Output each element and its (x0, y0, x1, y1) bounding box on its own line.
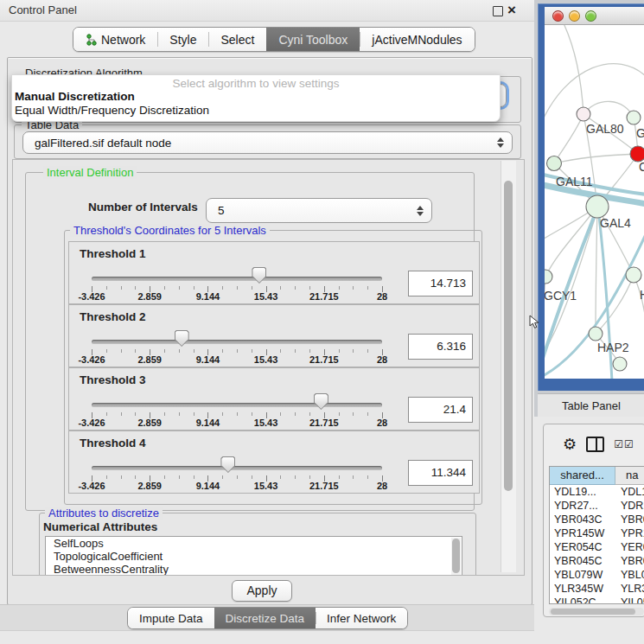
table-hscrollbar-thumb[interactable] (551, 609, 635, 615)
close-traffic-light[interactable] (552, 10, 564, 22)
tab-style[interactable]: Style (157, 28, 208, 51)
table-cell[interactable]: YIL052C (550, 596, 615, 604)
attribute-list-item[interactable]: BetweennessCentrality (46, 563, 462, 576)
threshold-value-field[interactable]: 11.344 (408, 460, 473, 486)
slider-tick-label: 2.859 (137, 418, 162, 428)
bottom-tab-infer-network[interactable]: Infer Network (316, 608, 407, 628)
network-edge[interactable] (562, 25, 583, 114)
close-icon[interactable]: × (507, 2, 516, 19)
table-row[interactable]: YBL079WYBL079W (550, 568, 644, 582)
dropdown-option[interactable]: Manual Discretization (12, 90, 500, 104)
table-cell[interactable]: YBL079W (615, 568, 644, 582)
network-node[interactable] (545, 270, 552, 284)
float-icon[interactable] (493, 6, 503, 16)
threshold-slider-track[interactable] (92, 277, 382, 281)
network-window-titlebar[interactable] (545, 7, 644, 25)
tab-network[interactable]: Network (73, 28, 157, 51)
network-edge[interactable] (554, 114, 583, 163)
network-node[interactable] (626, 267, 641, 283)
table-cell[interactable]: YBL079W (550, 568, 615, 582)
table-row[interactable]: YLR345WYLR345W (550, 582, 644, 596)
table-cell[interactable]: YLR345W (615, 582, 644, 596)
slider-tick-label: 9.144 (196, 418, 220, 428)
threshold-value-field[interactable]: 21.4 (408, 397, 473, 423)
numerical-attributes-list: SelfLoopsTopologicalCoefficientBetweenne… (45, 536, 462, 576)
dropdown-option[interactable]: Equal Width/Frequency Discretization (12, 104, 500, 118)
network-node[interactable] (627, 111, 641, 124)
table-header-row: shared...na (550, 467, 644, 485)
combo-spinner-icon (417, 206, 424, 216)
network-node[interactable] (589, 327, 603, 341)
slider-tick-label: 28 (377, 291, 387, 302)
network-node-label: GCY1 (545, 289, 577, 303)
number-of-intervals-combobox[interactable]: 5 (206, 198, 432, 223)
table-cell[interactable]: YDL19... (615, 485, 644, 499)
minimize-traffic-light[interactable] (569, 10, 580, 22)
gear-icon[interactable]: ⚙ (563, 437, 577, 452)
tab-cyni-toolbox[interactable]: Cyni Toolbox (266, 28, 360, 51)
threshold-slider-thumb[interactable] (220, 456, 235, 473)
bottom-tab-impute-data[interactable]: Impute Data (128, 608, 214, 628)
tab-jactivemnodules[interactable]: jActiveMNodules (360, 28, 474, 51)
table-cell[interactable]: YIL052C (615, 596, 644, 604)
table-column-header[interactable]: shared... (550, 467, 615, 485)
threshold-slider-thumb[interactable] (175, 330, 189, 347)
network-node[interactable] (586, 195, 609, 218)
checkbox-icon[interactable]: ☑☑ (614, 438, 634, 450)
table-cell[interactable]: YER054C (550, 540, 615, 554)
attribute-list-item[interactable]: SelfLoops (46, 537, 462, 550)
table-row[interactable]: YIL052CYIL052C (550, 596, 644, 604)
columns-icon[interactable] (586, 437, 604, 452)
attribute-list-item[interactable]: TopologicalCoefficient (46, 550, 462, 563)
table-cell[interactable]: YBR043C (550, 513, 615, 526)
network-edge[interactable] (596, 207, 597, 334)
bottom-tab-discretize-data[interactable]: Discretize Data (214, 608, 316, 628)
network-edge[interactable] (554, 154, 638, 163)
table-row[interactable]: YBR043CYBR043C (550, 513, 644, 526)
slider-tick-labels: -3.4262.8599.14415.4321.71528 (92, 354, 382, 365)
table-cell[interactable]: YPR145W (550, 526, 615, 540)
network-node[interactable] (577, 107, 590, 121)
threshold-slider-thumb[interactable] (252, 267, 266, 284)
slider-tick-label: 15.43 (254, 354, 278, 365)
threshold-slider-track[interactable] (92, 340, 382, 344)
table-row[interactable]: YDL19...YDL19... (550, 485, 644, 499)
tab-select[interactable]: Select (208, 28, 266, 51)
network-edge[interactable] (596, 275, 634, 334)
zoom-traffic-light[interactable] (585, 10, 596, 22)
network-node[interactable] (547, 156, 562, 171)
table-cell[interactable]: YLR345W (550, 582, 615, 596)
network-edge[interactable] (583, 101, 634, 118)
apply-button[interactable]: Apply (232, 580, 292, 602)
table-cell[interactable]: YDR27... (615, 499, 644, 513)
table-column-header[interactable]: na (615, 467, 644, 485)
threshold-slider-track[interactable] (92, 403, 382, 407)
network-edge[interactable] (545, 207, 597, 277)
network-node[interactable] (613, 357, 627, 371)
dropdown-placeholder-option[interactable]: Select algorithm to view settings (12, 75, 500, 90)
table-cell[interactable]: YER054C (615, 540, 644, 554)
threshold-slider-thumb[interactable] (314, 393, 328, 410)
table-row[interactable]: YPR145WYPR145W (550, 526, 644, 540)
threshold-row: Threshold 3 -3.4262.8599.14415.4321.7152… (68, 367, 480, 430)
threshold-value-field[interactable]: 14.713 (408, 271, 473, 296)
table-row[interactable]: YBR045CYBR045C (550, 554, 644, 568)
table-cell[interactable]: YBR045C (550, 554, 615, 568)
slider-tick-label: 9.144 (196, 291, 220, 302)
interval-definition-group: Interval Definition Number of Intervals … (25, 172, 475, 511)
table-data-combobox[interactable]: galFiltered.sif default node (22, 131, 513, 154)
table-row[interactable]: YER054CYER054C (550, 540, 644, 554)
table-cell[interactable]: YBR043C (615, 513, 644, 526)
table-data-value: galFiltered.sif default node (23, 137, 497, 150)
network-canvas[interactable]: GAL80GACGAL11GAL4GCY1HHAP2 (545, 25, 644, 379)
table-cell[interactable]: YDR27... (550, 499, 615, 513)
network-node-label: GAL80 (586, 122, 624, 136)
table-row[interactable]: YDR27...YDR27... (550, 499, 644, 513)
table-cell[interactable]: YDL19... (550, 485, 615, 499)
table-cell[interactable]: YPR145W (615, 526, 644, 540)
threshold-value-field[interactable]: 6.316 (408, 334, 473, 360)
attributes-scrollbar[interactable] (451, 538, 461, 576)
table-cell[interactable]: YBR045C (615, 554, 644, 568)
threshold-slider-track[interactable] (92, 466, 382, 470)
viewport-scrollbar-thumb[interactable] (504, 181, 513, 491)
